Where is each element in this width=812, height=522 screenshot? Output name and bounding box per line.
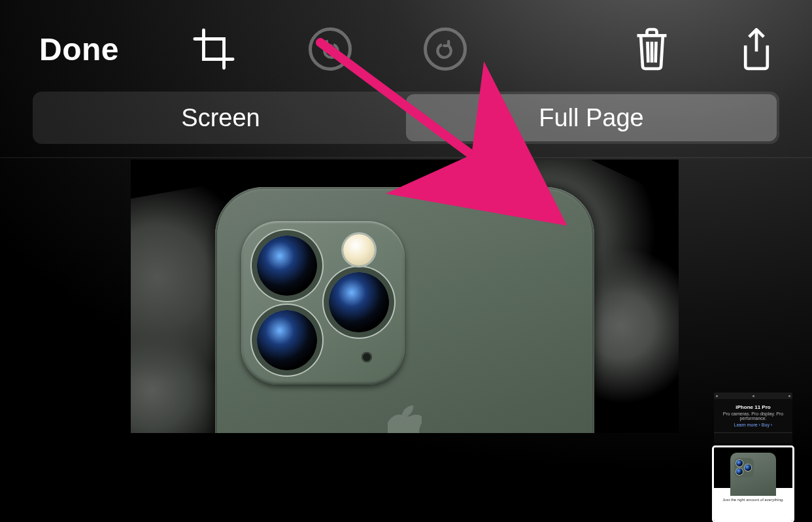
tab-full-page[interactable]: Full Page <box>406 94 777 141</box>
page-thumbnail-strip: iPhone 11 Pro Pro cameras. Pro display. … <box>714 392 792 521</box>
redo-icon[interactable] <box>424 27 467 71</box>
editor-content-area <box>0 158 812 433</box>
thumb-title: iPhone 11 Pro <box>714 404 792 410</box>
camera-module <box>241 221 405 385</box>
apple-logo-icon <box>388 405 422 433</box>
share-icon[interactable] <box>734 26 779 72</box>
trash-icon[interactable] <box>629 26 675 72</box>
undo-icon[interactable] <box>309 27 352 71</box>
screenshot-preview[interactable] <box>131 160 679 433</box>
screenshot-editor-toolbar: Done <box>0 0 812 92</box>
thumb-links: Learn more › Buy › <box>714 423 792 427</box>
page-thumbnail-active[interactable]: iPhone 11 Just the right amount of every… <box>714 447 792 521</box>
screenshot-mode-segmented-control: Screen Full Page <box>33 92 779 144</box>
tab-screen[interactable]: Screen <box>35 94 406 141</box>
camera-lens <box>257 235 317 296</box>
camera-lens <box>329 272 389 332</box>
phone-illustration <box>215 187 594 433</box>
crop-icon[interactable] <box>191 26 237 72</box>
toolbar-center-icons <box>191 26 629 72</box>
camera-flash <box>343 234 375 266</box>
camera-mic <box>362 352 372 362</box>
toolbar-right-icons <box>629 26 779 72</box>
page-thumbnail[interactable]: iPhone 11 Pro Pro cameras. Pro display. … <box>714 392 792 444</box>
thumb-subtitle: Just the right amount of everything. <box>715 498 791 502</box>
done-button[interactable]: Done <box>39 31 119 67</box>
camera-lens <box>257 310 317 370</box>
thumb-subtitle: Pro cameras. Pro display. Pro performanc… <box>714 411 792 421</box>
